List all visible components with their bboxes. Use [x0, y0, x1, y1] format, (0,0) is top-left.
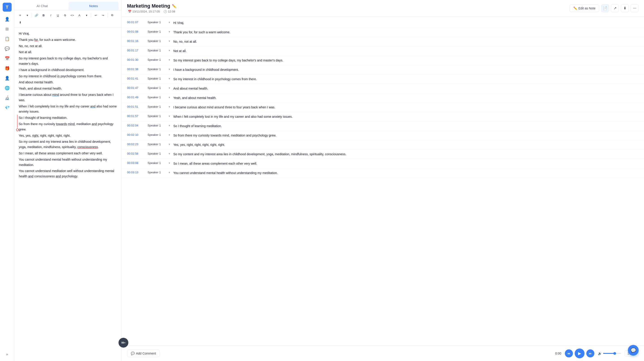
more-icon-btn[interactable]: ⋯: [630, 4, 639, 12]
meeting-meta: 📅 13/11/2024, 15:17:05 🕐 12:08: [128, 10, 176, 13]
align-btn[interactable]: ≡: [17, 12, 23, 18]
undo-btn[interactable]: ↩: [92, 12, 99, 18]
left-panel: AI Chat Notes ≡ ▾ 🔗 B I U S <> A ▾ ↩ ↪ ⧉…: [14, 0, 122, 361]
transcript-speaker: Speaker 1: [148, 171, 166, 174]
transcript-speaker: Speaker 1: [148, 142, 166, 146]
transcript-row[interactable]: 00:02:10 Speaker 1 ▼ So from there my cu…: [122, 131, 644, 140]
underline-btn[interactable]: U: [55, 12, 61, 18]
pencil-icon: ✏️: [573, 6, 577, 10]
chevron-icon: ▼: [168, 96, 170, 99]
play-btn[interactable]: ▶: [575, 349, 584, 358]
transcript-speaker: Speaker 1: [148, 39, 166, 43]
chevron-icon: ▼: [168, 152, 170, 155]
transcript-row[interactable]: 00:01:47 Speaker 1 ▼ And about mental he…: [122, 84, 644, 93]
save-icon-btn[interactable]: 📄: [601, 4, 609, 12]
sidebar-icon-lab[interactable]: 🔬: [3, 94, 11, 102]
transcript-timestamp: 00:01:08: [127, 30, 145, 33]
transcript-row[interactable]: 00:01:07 Speaker 1 ▼ Hi Viraj.: [122, 18, 644, 28]
redo-btn[interactable]: ↪: [100, 12, 106, 18]
meeting-header: Marketing Meeting ✏️ 📅 13/11/2024, 15:17…: [122, 0, 644, 16]
chevron-icon: ▼: [168, 40, 170, 42]
chevron-icon: ▼: [168, 21, 170, 24]
editor-line: When I felt completely lost in my life a…: [19, 104, 117, 115]
transcript-row[interactable]: 00:01:16 Speaker 1 ▼ No, no, not at all.: [122, 37, 644, 46]
sidebar-icon-gift[interactable]: 🎁: [3, 64, 11, 72]
sidebar-icon-profile[interactable]: 👤: [3, 74, 11, 82]
share-icon-btn[interactable]: ↗: [611, 4, 619, 12]
transcript-row[interactable]: 00:01:38 Speaker 1 ▼ I have a background…: [122, 65, 644, 75]
italic-btn[interactable]: I: [48, 12, 54, 18]
tab-notes[interactable]: Notes: [68, 2, 119, 10]
transcript-timestamp: 00:02:10: [127, 133, 145, 136]
transcript-row[interactable]: 00:01:57 Speaker 1 ▼ When I felt complet…: [122, 112, 644, 121]
transcript-row[interactable]: 00:01:49 Speaker 1 ▼ Yeah, and about men…: [122, 93, 644, 103]
chevron-icon: ▼: [168, 68, 170, 71]
download-icon-btn[interactable]: ⬇: [621, 4, 629, 12]
transcript-row[interactable]: 00:02:58 Speaker 1 ▼ So my content and m…: [122, 150, 644, 159]
sidebar-icon-chat[interactable]: 💬: [3, 45, 11, 53]
transcript-timestamp: 00:02:23: [127, 142, 145, 146]
chevron-icon: ▼: [168, 58, 170, 61]
fastforward-btn[interactable]: ⏭: [586, 350, 594, 358]
editor-line: I have a background in childhood develop…: [19, 67, 117, 73]
tab-ai-chat[interactable]: AI Chat: [17, 2, 68, 10]
transcript-speaker: Speaker 1: [148, 114, 166, 118]
transcript-timestamp: 00:01:41: [127, 77, 145, 80]
toolbar-sep-1: [32, 13, 32, 17]
transcript-timestamp: 00:03:08: [127, 161, 145, 165]
download-btn[interactable]: ⬇: [17, 19, 23, 25]
transcript-text: No, no, not at all.: [173, 39, 639, 44]
volume-icon: 🔊: [598, 352, 602, 355]
transcript-text: So I thought of learning meditation.: [173, 124, 639, 128]
transcript-timestamp: 00:02:58: [127, 152, 145, 155]
strikethrough-btn[interactable]: S: [62, 12, 68, 18]
edit-as-note-btn[interactable]: ✏️ Edit as Note: [570, 4, 599, 12]
sidebar-icon-calendar[interactable]: 📅: [3, 54, 11, 62]
editor-line: You cannot understand meditation well wi…: [19, 168, 117, 179]
chevron-icon: ▼: [168, 115, 170, 117]
transcript-row[interactable]: 00:02:23 Speaker 1 ▼ Yes, yes, right, ri…: [122, 140, 644, 150]
volume-control[interactable]: 🔊: [598, 352, 621, 355]
volume-slider[interactable]: [603, 353, 621, 354]
font-dropdown-btn[interactable]: ▾: [84, 12, 90, 18]
transcript-row[interactable]: 00:01:17 Speaker 1 ▼ Not at all.: [122, 46, 644, 56]
sidebar-icon-gem[interactable]: 💎: [3, 104, 11, 112]
link-btn[interactable]: 🔗: [33, 12, 40, 18]
transcript-row[interactable]: 00:01:51 Speaker 1 ▼ I became curious ab…: [122, 103, 644, 112]
notification-badge-btn[interactable]: 99+: [118, 338, 128, 348]
rewind-btn[interactable]: ⏮: [565, 350, 573, 358]
transcript-row[interactable]: 00:02:04 Speaker 1 ▼ So I thought of lea…: [122, 121, 644, 131]
transcript-row[interactable]: 00:03:13 Speaker 1 ▼ You cannot understa…: [122, 168, 644, 178]
editor-area[interactable]: Hi Viraj. Thank you for, for such a warm…: [14, 27, 122, 361]
transcript-row[interactable]: 00:01:08 Speaker 1 ▼ Thank you for, for …: [122, 28, 644, 37]
add-comment-btn[interactable]: 💬 Add Comment: [127, 350, 160, 357]
transcript-text: Yes, yes, right, right, right, right, ri…: [173, 142, 639, 147]
align-dropdown-btn[interactable]: ▾: [24, 12, 30, 18]
live-chat-btn[interactable]: 💬: [628, 345, 639, 356]
transcript-text: So I mean, all these areas complement ea…: [173, 161, 639, 166]
app-logo[interactable]: T: [3, 3, 12, 11]
transcript-timestamp: 00:01:17: [127, 49, 145, 52]
font-color-btn[interactable]: A: [76, 12, 82, 18]
editor-line: So my content and my interest area lies …: [19, 139, 117, 150]
toolbar-sep-2: [91, 13, 91, 17]
transcript-row[interactable]: 00:03:08 Speaker 1 ▼ So I mean, all thes…: [122, 159, 644, 168]
sidebar-icon-notes[interactable]: 📋: [3, 35, 11, 43]
transcript-row[interactable]: 00:01:30 Speaker 1 ▼ So my interest goes…: [122, 56, 644, 65]
editor-line: Thank you for, for such a warm welcome.: [19, 37, 117, 43]
transcript-row[interactable]: 00:01:41 Speaker 1 ▼ So my interest in c…: [122, 75, 644, 84]
sidebar-expand-btn[interactable]: »: [3, 350, 11, 358]
transcript-timestamp: 00:01:47: [127, 86, 145, 90]
edit-title-icon[interactable]: ✏️: [172, 4, 176, 8]
code-btn[interactable]: <>: [69, 12, 75, 18]
sidebar-icon-translate[interactable]: 🌐: [3, 84, 11, 92]
sidebar-icon-users[interactable]: 👤: [3, 15, 11, 23]
transcript-text: Thank you for, for such a warm welcome.: [173, 30, 639, 35]
sidebar-icon-grid[interactable]: ⊞: [3, 25, 11, 33]
spelling-indicator: [16, 115, 19, 131]
bold-btn[interactable]: B: [40, 12, 47, 18]
editor-line: So from there my curiosity towards mind,…: [19, 121, 117, 132]
transcript-timestamp: 00:03:13: [127, 171, 145, 174]
copy-btn[interactable]: ⧉: [109, 12, 115, 18]
transcript-timestamp: 00:01:16: [127, 39, 145, 43]
